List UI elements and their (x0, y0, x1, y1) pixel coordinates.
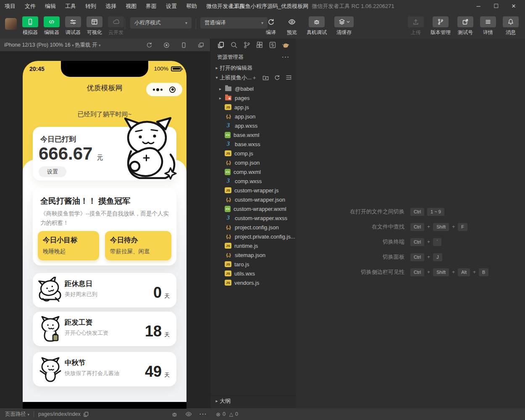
source-control-icon[interactable] (243, 41, 251, 49)
new-folder-icon[interactable] (262, 75, 269, 81)
restart-icon[interactable] (146, 42, 152, 48)
close-button[interactable]: ✕ (505, 0, 522, 13)
file-row[interactable]: JScomp.js (210, 149, 296, 158)
page-path-selector[interactable]: 页面路径 ▾ (5, 411, 29, 418)
debugger-toggle-button[interactable]: 调试器 (64, 16, 82, 36)
teapot-icon[interactable] (282, 41, 289, 49)
status-time: 20:45 (29, 66, 45, 72)
days-number: 49 (145, 363, 162, 381)
file-row[interactable]: JSapp.js (210, 102, 296, 112)
maximize-button[interactable]: ☐ (487, 0, 505, 13)
device-frame-icon[interactable] (181, 42, 187, 48)
compile-select[interactable]: 普通编译 ▾ (200, 17, 268, 29)
capsule-menu[interactable] (146, 83, 182, 96)
remote-debug-button[interactable]: 真机调试 (304, 16, 330, 36)
editor-panel: 在打开的文件之间切换 Ctrl 1 ~ 9 在文件中查找 Ctrl + Shif… (296, 39, 525, 408)
file-row[interactable]: {..}custom-wrapper.json (210, 195, 296, 204)
file-row[interactable]: 3custom-wrapper.wxss (210, 213, 296, 223)
cloud-dev-button[interactable]: 云开发 (107, 16, 125, 36)
hot-reload-toggle[interactable]: 热重载 开 ▾ (75, 39, 101, 52)
problems-indicator[interactable]: ⊗ 0 △ 0 (216, 408, 238, 420)
activity-bar (210, 39, 296, 51)
simulator-toggle-button[interactable]: 模拟器 (21, 16, 39, 36)
shortcut-hints: 在打开的文件之间切换 Ctrl 1 ~ 9 在文件中查找 Ctrl + Shif… (296, 204, 525, 280)
today-unit: 元 (97, 154, 103, 162)
file-row[interactable]: JSruntime.js (210, 241, 296, 250)
file-row[interactable]: {..}app.json (210, 112, 296, 121)
file-row[interactable]: <>custom-wrapper.wxml (210, 204, 296, 213)
keycap: ` (433, 238, 441, 246)
file-row[interactable]: JScustom-wrapper.js (210, 186, 296, 195)
more-icon[interactable]: ··· (200, 411, 207, 417)
devtools-window: 项目 文件 编辑 工具 转到 选择 视图 界面 设置 帮助 微信开发者工具 上班… (0, 0, 525, 420)
json-file-icon: {..} (225, 252, 232, 258)
outline-section[interactable]: ▸ 大纲 (210, 396, 296, 406)
file-row[interactable]: {..}project.private.config.js... (210, 232, 296, 241)
preview-button[interactable]: 预览 (283, 16, 301, 36)
multi-window-icon[interactable] (198, 42, 204, 48)
messages-button[interactable]: 消息 (499, 16, 522, 36)
files-icon[interactable] (217, 41, 225, 49)
goal-title: 今日小目标 (43, 236, 94, 245)
menu-project[interactable]: 项目 (0, 0, 20, 13)
settings-button[interactable]: 设置 (39, 166, 66, 177)
menu-interface[interactable]: 界面 (141, 0, 161, 13)
file-row[interactable]: JSvendors.js (210, 278, 296, 287)
menu-edit[interactable]: 编辑 (40, 0, 60, 13)
menu-select[interactable]: 选择 (101, 0, 121, 13)
keycap: Shift (433, 223, 449, 231)
visualize-toggle-button[interactable]: 可视化 (85, 16, 104, 36)
goal-content: 晚睡晚起 (43, 248, 94, 255)
more-dots-icon[interactable] (153, 88, 163, 91)
copy-icon[interactable] (83, 412, 89, 417)
menu-settings[interactable]: 设置 (161, 0, 181, 13)
menu-file[interactable]: 文件 (20, 0, 40, 13)
device-selector[interactable]: iPhone 12/13 (Pro) 100% 16 ▾ (4, 39, 74, 52)
file-row[interactable]: JStaro.js (210, 260, 296, 269)
file-row[interactable]: <>base.wxml (210, 130, 296, 139)
search-icon[interactable] (230, 41, 238, 49)
plugin-box-icon[interactable] (269, 41, 276, 49)
bag-cat-illustration (37, 315, 64, 342)
compile-button[interactable]: 编译 (262, 16, 280, 36)
collapse-all-icon[interactable] (286, 75, 292, 80)
external-link-icon (457, 16, 473, 27)
menu-goto[interactable]: 转到 (81, 0, 101, 13)
user-avatar[interactable] (5, 18, 17, 30)
phone-home-bar (23, 402, 186, 409)
file-row[interactable]: {..}comp.json (210, 158, 296, 167)
vconsole-bug-icon[interactable] (171, 411, 178, 417)
explorer-header: 资源管理器 ··· (210, 51, 296, 63)
json-file-icon: {..} (225, 196, 232, 203)
file-row[interactable]: 3comp.wxss (210, 176, 296, 186)
upload-button[interactable]: 上传 (404, 16, 427, 36)
editor-toggle-button[interactable]: 编辑器 (42, 16, 61, 36)
more-actions-icon[interactable]: ··· (282, 54, 290, 60)
file-row[interactable]: {..}project.config.json (210, 223, 296, 232)
version-control-button[interactable]: 版本管理 (427, 16, 454, 36)
details-button[interactable]: 详情 (477, 16, 499, 36)
extensions-icon[interactable] (256, 41, 263, 49)
file-row[interactable]: ▸@babel (210, 84, 296, 93)
test-account-button[interactable]: 测试号 (454, 16, 477, 36)
clear-cache-button[interactable]: 清缓存 (332, 16, 356, 36)
file-row[interactable]: {..}sitemap.json (210, 250, 296, 260)
record-icon[interactable] (163, 42, 170, 48)
menu-help[interactable]: 帮助 (181, 0, 202, 13)
project-root-section[interactable]: ▾ 上班摸鱼小... ＋ (210, 73, 296, 82)
exit-target-icon[interactable] (169, 87, 176, 93)
mode-select[interactable]: 小程序模式 ▾ (130, 17, 192, 29)
minimize-button[interactable]: ─ (470, 0, 487, 13)
menu-tools[interactable]: 工具 (60, 0, 81, 13)
open-editors-section[interactable]: ▸ 打开的编辑器 (210, 63, 296, 73)
preview-eye-icon[interactable] (185, 411, 192, 417)
new-file-icon[interactable]: ＋ (252, 74, 257, 81)
refresh-icon[interactable] (274, 75, 280, 81)
menu-view[interactable]: 视图 (121, 0, 141, 13)
file-row[interactable]: JSutils.wxs (210, 269, 296, 278)
file-row[interactable]: 3base.wxss (210, 139, 296, 149)
js-file-icon: JS (225, 261, 231, 267)
file-row[interactable]: <>comp.wxml (210, 167, 296, 176)
file-row[interactable]: ▸pages (210, 93, 296, 102)
file-row[interactable]: 3app.wxss (210, 121, 296, 130)
